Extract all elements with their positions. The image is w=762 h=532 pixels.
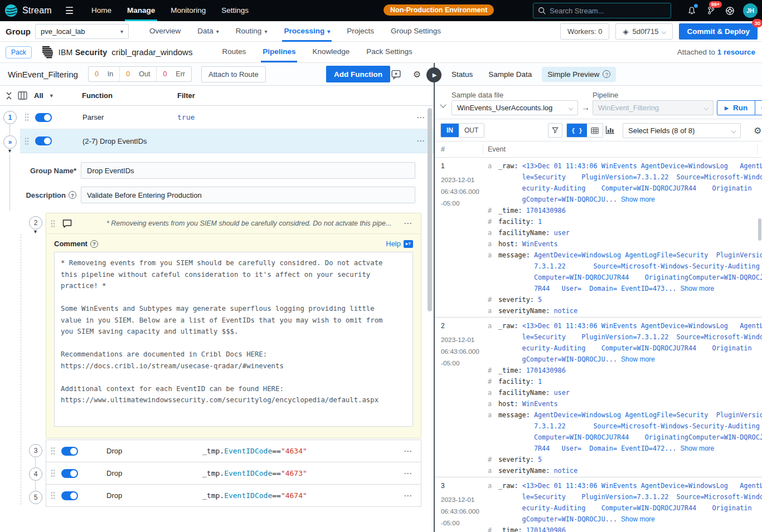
add-comment-icon[interactable] bbox=[389, 67, 402, 81]
user-avatar[interactable]: JH bbox=[743, 3, 758, 18]
event-row[interactable]: 12023-12-0106:43:06.000-05:00a_raw: <13>… bbox=[435, 158, 762, 318]
pack-chip[interactable]: Pack bbox=[6, 46, 32, 58]
field-type-indicator: a bbox=[488, 387, 498, 398]
pipeline-stats: 0In 0Out 0Err bbox=[88, 66, 192, 82]
hamburger-menu-icon[interactable]: ☰ bbox=[65, 5, 74, 17]
show-more-link[interactable]: Show more bbox=[621, 355, 655, 363]
description-field[interactable] bbox=[81, 187, 415, 203]
tab-data[interactable]: Data▾ bbox=[189, 21, 227, 42]
help-question-icon[interactable]: ? bbox=[69, 191, 76, 199]
tab-pack-settings[interactable]: Pack Settings bbox=[358, 42, 421, 62]
chart-view-icon[interactable] bbox=[605, 125, 615, 136]
collapse-chevron-icon[interactable] bbox=[440, 101, 446, 108]
drag-handle[interactable] bbox=[51, 219, 55, 228]
row-menu-icon[interactable]: ⋯ bbox=[404, 468, 413, 479]
drag-handle[interactable] bbox=[25, 137, 29, 145]
tab-projects[interactable]: Projects bbox=[338, 21, 382, 42]
field-key: facility: bbox=[498, 378, 538, 385]
event-field: #_time: 1701430986 bbox=[488, 525, 762, 532]
collapse-all-icon[interactable] bbox=[6, 91, 12, 100]
commit-id-button[interactable]: ◈ 5d0f715 bbox=[615, 23, 673, 40]
tab-sample-data[interactable]: Sample Data bbox=[483, 67, 537, 82]
out-toggle[interactable]: OUT bbox=[459, 124, 484, 137]
group-expand-marker[interactable]: » bbox=[3, 135, 17, 149]
group-name-field[interactable] bbox=[81, 162, 415, 179]
comment-textarea[interactable]: * Removeing events from you SIEM should … bbox=[54, 252, 413, 427]
row-menu-icon[interactable]: ⋯ bbox=[416, 113, 426, 123]
run-button[interactable]: ▶Run bbox=[717, 101, 755, 115]
brand[interactable]: Stream bbox=[0, 4, 57, 17]
row-menu-icon[interactable]: ⋯ bbox=[404, 218, 413, 228]
nav-manage[interactable]: Manage bbox=[119, 0, 163, 21]
tab-overview[interactable]: Overview bbox=[141, 21, 189, 42]
event-row[interactable]: 32023-12-0106:43:06.000-05:00a_raw: <13>… bbox=[435, 477, 762, 532]
event-row[interactable]: 22023-12-0106:43:06.000-05:00a_raw: <13>… bbox=[435, 318, 762, 477]
attach-to-route-button[interactable]: Attach to Route bbox=[201, 66, 266, 82]
row-menu-icon[interactable]: ⋯ bbox=[416, 136, 426, 146]
select-fields-dropdown[interactable]: Select Fields (8 of 8) bbox=[623, 123, 741, 138]
tab-pipelines[interactable]: Pipelines bbox=[254, 42, 304, 62]
columns-icon[interactable] bbox=[18, 91, 27, 100]
search-input[interactable] bbox=[550, 7, 656, 15]
function-row-group[interactable]: (2-7) Drop EventIDs ⋯ bbox=[20, 129, 434, 153]
show-more-link[interactable]: Show more bbox=[681, 445, 715, 452]
function-row-drop[interactable]: Drop _tmp.EventIDCode=="4634" ⋯ bbox=[46, 440, 421, 462]
row-menu-icon[interactable]: ⋯ bbox=[404, 446, 413, 456]
commit-deploy-button[interactable]: Commit & Deploy 30 bbox=[679, 23, 758, 40]
sample-file-select[interactable]: WinEvents_UserAccounts.log bbox=[452, 100, 578, 115]
nav-settings[interactable]: Settings bbox=[213, 0, 256, 21]
tab-processing[interactable]: Processing▾ bbox=[275, 21, 338, 42]
tab-routing[interactable]: Routing▾ bbox=[227, 21, 276, 42]
show-more-link[interactable]: Show more bbox=[621, 196, 655, 203]
function-toggle-on[interactable] bbox=[35, 136, 52, 145]
drag-handle[interactable] bbox=[51, 469, 55, 477]
drag-handle[interactable] bbox=[25, 113, 29, 121]
filter-all-dropdown[interactable]: All▾ bbox=[34, 91, 53, 100]
comment-summary: * Removeing events from you SIEM should … bbox=[106, 219, 399, 227]
preview-settings-gear-icon[interactable]: ⚙ bbox=[754, 125, 761, 136]
drag-handle[interactable] bbox=[51, 491, 55, 500]
field-value: ecurity-Auditing Computer=WIN-DQROCJU7R4… bbox=[522, 504, 752, 512]
help-question-icon[interactable]: ? bbox=[603, 70, 610, 78]
function-row-drop[interactable]: Drop _tmp.EventIDCode=="4673" ⋯ bbox=[46, 462, 421, 485]
filter-funnel-icon[interactable] bbox=[548, 123, 562, 138]
tab-simple-preview[interactable]: Simple Preview? bbox=[542, 67, 616, 82]
workers-button[interactable]: Workers: 0 bbox=[560, 23, 610, 40]
function-row-parser[interactable]: Parser true ⋯ bbox=[20, 106, 434, 129]
attached-resource-link[interactable]: 1 resource bbox=[717, 48, 755, 56]
table-view-icon[interactable] bbox=[587, 124, 603, 137]
tab-routes[interactable]: Routes bbox=[213, 42, 254, 62]
comment-function-row[interactable]: * Removeing events from you SIEM should … bbox=[46, 213, 421, 234]
notifications-bell-icon[interactable] bbox=[686, 5, 697, 16]
git-branch-icon[interactable]: 99+ bbox=[705, 5, 716, 16]
show-more-link[interactable]: Show more bbox=[621, 515, 655, 523]
group-select[interactable]: pve_local_lab ▾ bbox=[35, 24, 129, 39]
function-toggle-on[interactable] bbox=[61, 469, 78, 478]
step-number-1: 1 bbox=[3, 111, 17, 124]
right-panel-scrollbar[interactable] bbox=[758, 218, 761, 241]
help-link[interactable]: Help▸? bbox=[386, 240, 413, 248]
tab-group-settings[interactable]: Group Settings bbox=[382, 21, 449, 42]
function-toggle-on[interactable] bbox=[61, 491, 78, 500]
in-toggle-active[interactable]: IN bbox=[441, 124, 459, 137]
json-view-active[interactable]: { } bbox=[567, 124, 587, 137]
add-function-button[interactable]: Add Function bbox=[326, 66, 390, 82]
show-more-link[interactable]: Show more bbox=[681, 285, 715, 292]
drag-handle[interactable] bbox=[51, 447, 55, 455]
help-lifering-icon[interactable] bbox=[724, 5, 735, 16]
function-toggle-on[interactable] bbox=[35, 113, 52, 122]
global-search[interactable] bbox=[533, 3, 671, 18]
row-menu-icon[interactable]: ⋯ bbox=[404, 491, 413, 501]
help-question-icon[interactable]: ? bbox=[90, 240, 98, 248]
function-toggle-on[interactable] bbox=[61, 447, 78, 456]
tab-status[interactable]: Status bbox=[446, 67, 478, 82]
nav-home[interactable]: Home bbox=[84, 0, 119, 21]
function-row-drop[interactable]: Drop _tmp.EventIDCode=="4674" ⋯ bbox=[46, 484, 421, 507]
run-pipeline-play-button[interactable]: ▶ bbox=[426, 67, 441, 82]
run-menu-icon[interactable]: ⋯ bbox=[755, 101, 762, 115]
tab-knowledge[interactable]: Knowledge bbox=[304, 42, 358, 62]
chevron-down-icon bbox=[569, 105, 573, 110]
nav-monitoring[interactable]: Monitoring bbox=[163, 0, 213, 21]
left-panel-scrollbar[interactable] bbox=[428, 108, 432, 311]
pipeline-settings-gear-icon[interactable]: ⚙ bbox=[410, 67, 424, 81]
